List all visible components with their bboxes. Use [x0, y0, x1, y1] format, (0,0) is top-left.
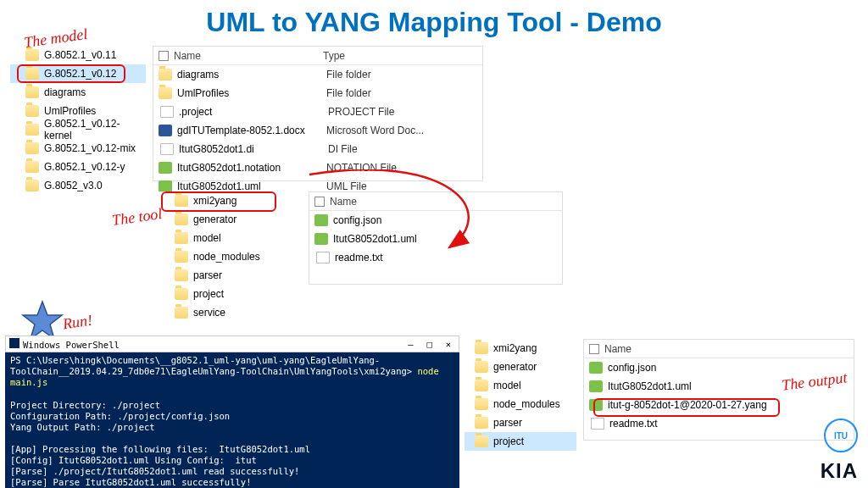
file-type: Microsoft Word Doc...: [326, 125, 424, 136]
file-name: ItutG8052dot1.notation: [177, 162, 321, 174]
file-row[interactable]: UmlProfilesFile folder: [153, 84, 482, 103]
kia-logo: KIA: [821, 459, 858, 483]
tree-item-label: service: [193, 307, 225, 319]
file-type: DI File: [328, 143, 358, 155]
tool-tree-bottom: xmi2yanggeneratormodelnode_modulesparser…: [465, 339, 576, 474]
folder-icon: [175, 214, 188, 225]
file-name: .project: [179, 106, 323, 118]
folder-icon: [25, 68, 39, 80]
file-name: readme.txt: [335, 252, 479, 263]
file-name: config.json: [333, 214, 477, 226]
terminal-output[interactable]: PS C:\Users\hingk\Documents\__g8052.1_um…: [5, 352, 459, 488]
tree-item-label: G.8052.1_v0.12-kernel: [44, 118, 146, 141]
file-row[interactable]: config.json: [309, 211, 562, 230]
file-name: ItutG8052dot1.uml: [333, 233, 477, 245]
tree-item[interactable]: G.8052.1_v0.12-mix: [10, 139, 146, 158]
file-row[interactable]: itut-g-8052dot-1@2020-01-27.yang: [584, 396, 854, 414]
file-row[interactable]: ItutG8052dot1.diDI File: [153, 140, 482, 158]
powershell-icon: [9, 338, 19, 348]
tree-item[interactable]: xmi2yang: [159, 191, 287, 210]
tree-item[interactable]: G.8052.1_v0.12-kernel: [10, 120, 146, 139]
uml-icon: [589, 362, 603, 374]
tree-item[interactable]: model: [159, 229, 287, 247]
folder-icon: [175, 288, 188, 300]
maximize-button[interactable]: □: [423, 339, 437, 349]
file-name: itut-g-8052dot-1@2020-01-27.yang: [608, 399, 828, 411]
tree-item[interactable]: service: [159, 303, 287, 322]
folder-icon: [25, 124, 39, 136]
file-name: diagrams: [177, 69, 321, 80]
select-all-checkbox[interactable]: [589, 344, 599, 354]
file-name: ItutG8052dot1.uml: [177, 180, 321, 192]
panel-model: Name Type diagramsFile folderUmlProfiles…: [153, 46, 483, 181]
folder-icon: [475, 361, 488, 373]
tree-item-label: node_modules: [493, 398, 560, 410]
tree-item-label: G.8052_v3.0: [44, 180, 103, 191]
annotation-run: Run!: [62, 312, 94, 334]
tree-item-label: G.8052.1_v0.11: [44, 49, 116, 61]
tree-item[interactable]: project: [465, 432, 576, 451]
folder-icon: [475, 435, 488, 447]
file-row[interactable]: readme.txt: [584, 414, 854, 433]
tree-item[interactable]: node_modules: [465, 395, 576, 413]
close-button[interactable]: ✕: [442, 339, 455, 349]
tree-item-label: project: [193, 288, 224, 300]
tree-item[interactable]: diagrams: [10, 83, 146, 102]
tree-item-label: diagrams: [44, 86, 86, 98]
tree-item[interactable]: G.8052.1_v0.12: [10, 64, 146, 83]
file-name: config.json: [608, 362, 828, 374]
folder-icon: [175, 251, 188, 263]
tree-item-label: G.8052.1_v0.12: [44, 68, 116, 80]
file-type: NOTATION File: [326, 162, 397, 174]
column-header-type[interactable]: Type: [323, 50, 482, 62]
file-type: UML File: [326, 180, 367, 192]
file-row[interactable]: ItutG8052dot1.notationNOTATION File: [153, 158, 482, 177]
tree-item-label: node_modules: [193, 251, 260, 263]
tree-item[interactable]: parser: [159, 266, 287, 285]
select-all-checkbox[interactable]: [314, 197, 325, 207]
file-row[interactable]: diagramsFile folder: [153, 65, 482, 84]
txt-icon: [316, 252, 330, 263]
column-header-name[interactable]: Name: [174, 50, 318, 62]
folder-icon: [475, 398, 488, 410]
column-header-name[interactable]: Name: [330, 196, 474, 208]
tree-item[interactable]: project: [159, 285, 287, 303]
svg-marker-0: [23, 302, 62, 339]
tool-tree: xmi2yanggeneratormodelnode_modulesparser…: [159, 191, 287, 337]
window-title: Windows PowerShell: [23, 340, 120, 350]
file-row[interactable]: gdITUTemplate-8052.1.docxMicrosoft Word …: [153, 121, 482, 140]
uml-icon: [589, 380, 603, 392]
tree-item[interactable]: node_modules: [159, 247, 287, 266]
tree-item[interactable]: G.8052.1_v0.12-y: [10, 158, 146, 176]
window-titlebar: Windows PowerShell — □ ✕: [5, 336, 459, 352]
tree-item[interactable]: parser: [465, 413, 576, 432]
folder-icon: [25, 180, 39, 191]
folder-icon: [25, 86, 39, 98]
tree-item[interactable]: xmi2yang: [465, 339, 576, 358]
uml-icon: [589, 399, 603, 411]
tree-item[interactable]: G.8052_v3.0: [10, 176, 146, 195]
uml-icon: [314, 214, 328, 226]
folder-icon: [25, 142, 39, 154]
txt-icon: [591, 418, 604, 430]
tree-item-label: xmi2yang: [193, 195, 236, 207]
folder-icon: [175, 307, 188, 319]
tree-item[interactable]: model: [465, 376, 576, 395]
folder-icon: [159, 87, 172, 99]
file-row[interactable]: readme.txt: [309, 248, 562, 267]
tree-item-label: model: [493, 380, 521, 391]
itu-logo: ITU: [824, 419, 858, 452]
file-name: readme.txt: [609, 418, 830, 430]
folder-icon: [475, 380, 488, 391]
folder-icon: [159, 69, 172, 80]
file-icon: [160, 106, 174, 118]
file-row[interactable]: .projectPROJECT File: [153, 103, 482, 121]
minimize-button[interactable]: —: [403, 339, 417, 349]
tree-item[interactable]: generator: [465, 358, 576, 376]
folder-icon: [475, 417, 488, 429]
select-all-checkbox[interactable]: [159, 51, 169, 61]
file-row[interactable]: ItutG8052dot1.uml: [309, 230, 562, 248]
word-icon: [159, 125, 172, 136]
tree-item[interactable]: generator: [159, 210, 287, 229]
column-header-name[interactable]: Name: [604, 343, 748, 355]
